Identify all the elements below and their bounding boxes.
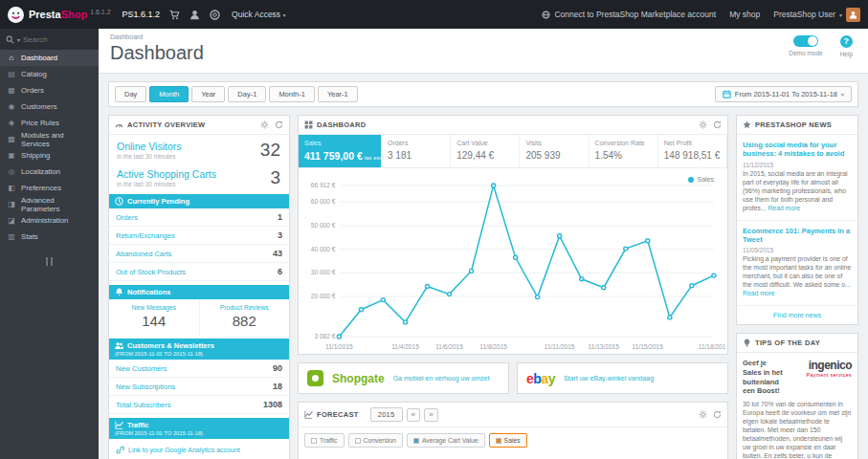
range-year-1-button[interactable]: Year-1 (318, 86, 358, 102)
read-more-link[interactable]: Read more (768, 205, 800, 211)
forecast-next-button[interactable]: » (424, 408, 438, 422)
administration-icon: ◪ (7, 216, 16, 225)
search-icon[interactable] (6, 35, 14, 44)
read-more-link[interactable]: Read more (743, 290, 775, 296)
toggle-knob (808, 36, 817, 46)
find-more-news-link[interactable]: Find more news (737, 306, 857, 324)
quick-access-menu[interactable]: Quick Access ▾ (232, 10, 285, 19)
gear-icon[interactable] (699, 120, 707, 129)
prestashop-logo[interactable] (8, 7, 24, 23)
forecast-toggle-sales[interactable]: Sales (489, 433, 527, 448)
google-analytics-link[interactable]: Link to your Google Analytics account (109, 439, 289, 459)
range-day-button[interactable]: Day (115, 86, 146, 102)
out-of-stock-row[interactable]: Out of Stock Products6 (109, 263, 289, 281)
chevron-down-icon: ▾ (841, 91, 844, 98)
refresh-icon[interactable] (275, 120, 283, 129)
shopgate-logo-icon (307, 370, 323, 386)
svg-text:11/4/2015: 11/4/2015 (391, 343, 419, 350)
demo-mode-toggle[interactable] (793, 35, 818, 47)
sidebar-menu: ⌂Dashboard ▤Catalog ▦Orders ◉Customers ◈… (0, 50, 99, 245)
gear-icon[interactable] (699, 410, 707, 419)
news-article-title[interactable]: Using social media for your business: 4 … (743, 141, 852, 159)
user-menu[interactable]: PrestaShop User ▾ (773, 8, 860, 22)
sidebar-item-advanced-parameters[interactable]: ◨Advanced Parameters (0, 196, 99, 212)
sidebar-item-price-rules[interactable]: ◈Price Rules (0, 115, 99, 131)
range-year-button[interactable]: Year (191, 86, 225, 102)
shop-name[interactable]: PS1.6.1.2 (122, 10, 161, 19)
chart-legend[interactable]: Sales (688, 176, 714, 183)
sidebar-item-orders[interactable]: ▦Orders (0, 82, 99, 98)
new-subscriptions-row[interactable]: New Subscriptions18 (109, 378, 289, 396)
user-icon[interactable] (189, 10, 200, 20)
pending-returns-row[interactable]: Return/Exchanges3 (109, 227, 289, 245)
svg-text:11/6/2015: 11/6/2015 (435, 343, 463, 350)
kpi-sub: in the last 30 minutes (117, 181, 281, 187)
forecast-prev-button[interactable]: « (407, 408, 421, 422)
range-day-1-button[interactable]: Day-1 (228, 86, 266, 102)
star-icon (743, 120, 751, 129)
product-reviews-cell[interactable]: Product Reviews 882 (199, 299, 290, 335)
tip-headline: Geef je Sales in het buitenland een Boos… (743, 359, 787, 396)
swatch (496, 438, 501, 444)
sidebar-item-administration[interactable]: ◪Administration (0, 212, 99, 229)
refresh-icon[interactable] (713, 410, 722, 419)
date-range-picker[interactable]: From 2015-11-01 To 2015-11-18 ▾ (715, 86, 852, 102)
new-customers-row[interactable]: New Customers90 (109, 360, 289, 378)
shopgate-promo-link[interactable]: Ga mobiel en verhoog uw omzet (393, 375, 490, 382)
pending-orders-row[interactable]: Orders1 (109, 208, 289, 227)
date-range-toolbar: Day Month Year Day-1 Month-1 Year-1 From… (108, 81, 858, 107)
ebay-module-card: ebay Start uw eBay-winkel vandaag (517, 362, 728, 394)
support-icon[interactable] (210, 10, 220, 20)
help-button[interactable]: ? (840, 35, 853, 48)
sidebar-item-shipping[interactable]: ▣Shipping (0, 147, 99, 164)
total-subscribers-row[interactable]: Total Subscribers1308 (109, 396, 289, 414)
forecast-toggle-conversion[interactable]: Conversion (348, 433, 403, 448)
sidebar-item-customers[interactable]: ◉Customers (0, 98, 99, 115)
help-label: Help (840, 51, 853, 57)
version-label: 1.6.1.2 (90, 9, 110, 15)
news-article-excerpt: Picking a payment provider is one of the… (743, 255, 852, 298)
marketplace-link[interactable]: Connect to PrestaShop Marketplace accoun… (542, 10, 716, 19)
svg-text:50 000 €: 50 000 € (311, 222, 336, 229)
sidebar-item-catalog[interactable]: ▤Catalog (0, 66, 99, 82)
cart-icon[interactable] (169, 10, 180, 20)
forecast-toggle-traffic[interactable]: Traffic (304, 433, 345, 448)
search-input[interactable] (23, 35, 78, 44)
svg-text:11/18/2015: 11/18/2015 (699, 343, 725, 350)
sidebar-item-dashboard[interactable]: ⌂Dashboard (0, 50, 99, 66)
chevron-down-icon[interactable]: ▾ (17, 36, 20, 43)
avatar (846, 8, 860, 22)
sidebar-item-stats[interactable]: ▥Stats (0, 229, 99, 245)
metric-tab-net-profit[interactable]: Net Profit 148 918,51 € (658, 135, 727, 167)
forecast-year-select[interactable]: 2015 (370, 407, 403, 422)
gear-icon[interactable] (260, 120, 269, 129)
abandoned-carts-row[interactable]: Abandoned Carts43 (109, 245, 289, 263)
metric-tab-orders[interactable]: Orders 3 181 (382, 135, 451, 167)
panel-title: DASHBOARD (317, 120, 366, 129)
svg-text:40 000 €: 40 000 € (311, 246, 336, 252)
sidebar-item-modules[interactable]: ▩Modules and Services (0, 131, 99, 147)
ebay-promo-link[interactable]: Start uw eBay-winkel vandaag (564, 375, 654, 382)
metric-tab-visits[interactable]: Visits 205 939 (520, 135, 589, 167)
range-month-1-button[interactable]: Month-1 (269, 86, 315, 102)
sidebar-item-localization[interactable]: ◎Localization (0, 164, 99, 180)
kpi-value: 32 (260, 140, 280, 161)
customers-newsletters-header: Customers & Newsletters (FROM 2015-11-01… (109, 339, 289, 360)
news-article-title[interactable]: Ecommerce 101: Payments in a Tweet (743, 227, 852, 245)
news-article: Ecommerce 101: Payments in a Tweet 11/05… (737, 221, 857, 307)
svg-text:11/8/2015: 11/8/2015 (479, 343, 507, 350)
new-messages-cell[interactable]: New Messages 144 (109, 299, 199, 335)
range-month-button[interactable]: Month (149, 86, 189, 102)
swatch (413, 438, 419, 444)
breadcrumb[interactable]: Dashboard (110, 33, 857, 40)
my-shop-link[interactable]: My shop (729, 10, 760, 19)
svg-text:11/11/2015: 11/11/2015 (545, 343, 575, 350)
panel-title: TIPS OF THE DAY (755, 339, 820, 347)
sidebar-item-preferences[interactable]: ◧Preferences (0, 180, 99, 196)
refresh-icon[interactable] (713, 120, 722, 129)
metric-tab-sales[interactable]: Sales 411 759,00 €tax excl. (299, 135, 382, 167)
forecast-toggle-average-cart-value[interactable]: Average Cart Value (407, 433, 485, 448)
sidebar-collapse-button[interactable] (43, 252, 56, 270)
metric-tab-conversion-rate[interactable]: Conversion Rate 1.54% (590, 135, 658, 167)
metric-tab-cart-value[interactable]: Cart Value 129,44 € (451, 135, 520, 167)
